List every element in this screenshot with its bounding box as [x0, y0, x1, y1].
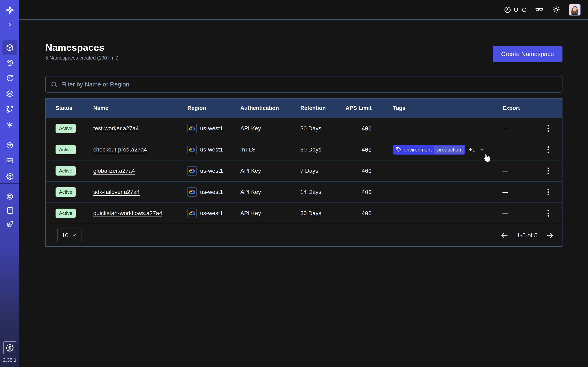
auth-value: API Key [240, 210, 300, 217]
aps-value: 400 [341, 125, 372, 132]
next-page-button[interactable] [546, 231, 554, 239]
chevron-down-icon [72, 233, 77, 238]
region-label: us-west1 [200, 125, 223, 132]
table-row[interactable]: Active globalizer.a27a4 us-west1 [46, 160, 562, 181]
app-root: 2.35.1 UTC [0, 0, 588, 367]
aps-value: 400 [341, 147, 372, 153]
filter-input[interactable] [61, 81, 557, 88]
table-row[interactable]: Active checkout-prod.a27a4 us-west1 [46, 139, 562, 160]
sidebar-item-deployments[interactable] [2, 89, 17, 98]
row-actions-menu-button[interactable] [545, 143, 552, 156]
namespace-link[interactable]: test-worker.a27a4 [93, 125, 139, 132]
user-avatar[interactable] [569, 4, 581, 16]
namespace-link[interactable]: sdk-failover.a27a4 [93, 189, 140, 195]
row-actions-menu-button[interactable] [545, 122, 552, 134]
row-actions-menu-button[interactable] [545, 186, 552, 198]
export-value: — [502, 146, 539, 153]
table-row[interactable]: Active sdk-failover.a27a4 us-west1 [46, 181, 562, 202]
aps-value: 400 [341, 168, 372, 174]
clock-icon [504, 6, 511, 13]
auth-value: API Key [240, 167, 300, 174]
gcp-cloud-icon [187, 187, 197, 197]
tag-chip[interactable]: environment production [393, 145, 465, 155]
page-size-value: 10 [62, 232, 68, 239]
export-value: — [502, 189, 539, 195]
pagination-range: 1-5 of 5 [517, 232, 537, 239]
sidebar-item-nexus[interactable] [2, 120, 17, 129]
table-row[interactable]: Active quickstart-workflows.a27a4 us-wes… [46, 202, 562, 224]
col-retention: Retention [300, 105, 341, 111]
aps-value: 400 [341, 189, 372, 195]
row-actions-menu-button[interactable] [545, 165, 552, 177]
table-row[interactable]: Active test-worker.a27a4 us-west1 [46, 118, 562, 139]
page-subtitle: 5 Namespaces created (100 limit) [45, 55, 119, 61]
auth-value: API Key [240, 189, 300, 195]
table-header: Status Name Region Authentication Retent… [46, 99, 562, 118]
theme-toggle-sun-icon[interactable] [552, 6, 560, 14]
status-badge: Active [56, 145, 76, 154]
sidebar-item-support[interactable] [2, 192, 17, 201]
status-badge: Active [56, 124, 76, 133]
temporal-logo-icon[interactable] [2, 6, 17, 15]
export-value: — [502, 210, 539, 217]
col-auth: Authentication [240, 105, 300, 111]
region-label: us-west1 [200, 189, 223, 195]
tag-more-count: +1 [469, 146, 475, 153]
col-name: Name [93, 105, 187, 111]
gcp-cloud-icon [187, 209, 197, 218]
filter-input-container [45, 76, 562, 92]
version-label: 2.35.1 [3, 357, 17, 363]
namespace-link[interactable]: globalizer.a27a4 [93, 167, 135, 174]
sidebar-item-settings[interactable] [2, 172, 17, 181]
main-area: UTC [19, 0, 588, 367]
sidebar-item-usage[interactable] [2, 141, 17, 150]
sidebar-item-workflows[interactable] [2, 58, 17, 67]
status-badge: Active [56, 187, 76, 197]
pricing-badge-icon[interactable] [3, 341, 16, 354]
page-size-select[interactable]: 10 [57, 229, 81, 242]
row-actions-menu-button[interactable] [545, 207, 552, 219]
tag-value: production [434, 146, 464, 154]
tag-expand-chevron-icon[interactable] [479, 147, 485, 153]
col-export: Export [502, 105, 539, 111]
region-label: us-west1 [200, 167, 223, 174]
gcp-cloud-icon [187, 166, 197, 175]
sidebar-item-batch-operations[interactable] [2, 105, 17, 114]
sidebar-item-docs[interactable] [2, 206, 17, 215]
sidebar-item-namespaces[interactable] [2, 40, 17, 55]
tag-icon [396, 147, 401, 152]
prev-page-button[interactable] [501, 231, 509, 239]
content: Namespaces 5 Namespaces created (100 lim… [19, 20, 588, 247]
col-aps: APS Limit [341, 105, 372, 111]
namespaces-table: Status Name Region Authentication Retent… [45, 98, 562, 247]
col-region: Region [187, 105, 240, 111]
topbar: UTC [19, 0, 588, 20]
sidebar-item-getting-started[interactable] [2, 220, 17, 229]
region-label: us-west1 [200, 210, 223, 217]
col-status: Status [56, 105, 93, 111]
retention-value: 30 Days [300, 210, 341, 217]
data-converter-glasses-icon[interactable] [535, 6, 544, 14]
auth-value: API Key [240, 125, 300, 132]
search-icon [51, 81, 58, 88]
gcp-cloud-icon [187, 145, 197, 154]
col-tags: Tags [372, 105, 502, 111]
auth-value: mTLS [240, 146, 300, 153]
export-value: — [502, 125, 539, 132]
page-title: Namespaces [45, 42, 119, 53]
export-value: — [502, 167, 539, 174]
region-label: us-west1 [200, 146, 223, 153]
gcp-cloud-icon [187, 124, 197, 133]
namespace-link[interactable]: checkout-prod.a27a4 [93, 146, 147, 153]
retention-value: 30 Days [300, 125, 341, 132]
namespace-link[interactable]: quickstart-workflows.a27a4 [93, 210, 162, 216]
sidebar-item-schedules[interactable] [2, 74, 17, 83]
table-footer: 10 1-5 of 5 [46, 224, 562, 246]
sidebar-divider [0, 183, 19, 184]
timezone-selector[interactable]: UTC [504, 6, 526, 13]
sidebar-expand-chevron-icon[interactable] [2, 20, 17, 29]
retention-value: 30 Days [300, 146, 341, 153]
sidebar-item-billing[interactable] [2, 156, 17, 165]
sidebar: 2.35.1 [0, 0, 19, 367]
create-namespace-button[interactable]: Create Namespace [493, 46, 562, 62]
